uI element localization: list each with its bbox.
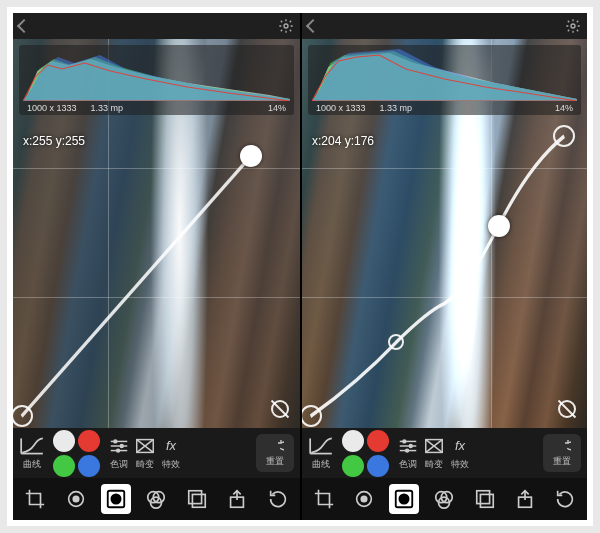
tone-label: 色调 — [399, 458, 417, 471]
curve-handle-highlight[interactable] — [240, 145, 262, 167]
curves-icon — [308, 436, 334, 456]
bottom-bar — [13, 478, 300, 520]
svg-point-12 — [73, 496, 79, 502]
reset-curve-icon[interactable] — [558, 400, 576, 418]
distortion-icon — [423, 436, 445, 456]
share-icon[interactable] — [510, 484, 540, 514]
top-bar — [13, 13, 300, 39]
svg-point-0 — [284, 24, 288, 28]
channel-red[interactable] — [78, 430, 100, 452]
svg-rect-18 — [192, 494, 205, 507]
fx-label: 特效 — [162, 458, 180, 471]
tone-tool[interactable]: 色调 — [108, 436, 130, 471]
fx-tool[interactable]: fx 特效 — [449, 436, 471, 471]
distortion-tool[interactable]: 畸变 — [134, 436, 156, 471]
curves-label: 曲线 — [23, 458, 41, 471]
coordinate-readout: x:204 y:176 — [312, 134, 374, 148]
svg-point-25 — [403, 439, 406, 442]
svg-rect-19 — [189, 491, 202, 504]
reset-label: 重置 — [266, 455, 284, 468]
svg-point-27 — [406, 449, 409, 452]
settings-icon[interactable] — [278, 18, 294, 34]
history-icon[interactable] — [550, 484, 580, 514]
distortion-icon — [134, 436, 156, 456]
filters-icon[interactable] — [429, 484, 459, 514]
channel-swatches — [53, 430, 100, 477]
stack-icon[interactable] — [470, 484, 500, 514]
crop-icon[interactable] — [309, 484, 339, 514]
channel-white[interactable] — [342, 430, 364, 452]
dimensions-label: 1000 x 1333 — [27, 103, 77, 113]
megapixels-label: 1.33 mp — [91, 103, 124, 113]
histogram-icon — [312, 49, 577, 101]
fx-tool[interactable]: fx 特效 — [160, 436, 182, 471]
zoom-percent-label: 14% — [268, 103, 286, 113]
reset-icon — [266, 439, 284, 453]
histogram-icon — [23, 49, 290, 101]
vignette-icon[interactable] — [389, 484, 419, 514]
histogram-panel: 1000 x 1333 1.33 mp 14% — [19, 45, 294, 115]
tone-label: 色调 — [110, 458, 128, 471]
channel-green[interactable] — [53, 455, 75, 477]
channel-blue[interactable] — [78, 455, 100, 477]
distortion-label: 畸变 — [425, 458, 443, 471]
distortion-label: 畸变 — [136, 458, 154, 471]
svg-point-7 — [117, 449, 120, 452]
fx-icon: fx — [449, 436, 471, 456]
image-meta: 1000 x 1333 1.33 mp 14% — [19, 103, 294, 113]
adjust-icon[interactable] — [61, 484, 91, 514]
tone-tool[interactable]: 色调 — [397, 436, 419, 471]
fx-icon: fx — [160, 436, 182, 456]
reset-curve-icon[interactable] — [271, 400, 289, 418]
vignette-icon[interactable] — [101, 484, 131, 514]
tone-icon — [108, 436, 130, 456]
curve-handle-mid-b[interactable] — [488, 215, 510, 237]
adjust-icon[interactable] — [349, 484, 379, 514]
curves-tool[interactable]: 曲线 — [19, 436, 45, 471]
svg-point-26 — [409, 444, 412, 447]
share-icon[interactable] — [222, 484, 252, 514]
curve-handle-highlight[interactable] — [553, 125, 575, 147]
image-canvas[interactable]: 1000 x 1333 1.33 mp 14% x:204 y:176 — [302, 39, 587, 428]
top-bar — [302, 13, 587, 39]
channel-blue[interactable] — [367, 455, 389, 477]
reset-icon — [553, 439, 571, 453]
distortion-tool[interactable]: 畸变 — [423, 436, 445, 471]
settings-icon[interactable] — [565, 18, 581, 34]
editor-pane-right: 1000 x 1333 1.33 mp 14% x:204 y:176 曲线 — [300, 13, 587, 520]
curves-label: 曲线 — [312, 458, 330, 471]
tone-icon — [397, 436, 419, 456]
channel-green[interactable] — [342, 455, 364, 477]
svg-rect-39 — [476, 491, 489, 504]
image-meta: 1000 x 1333 1.33 mp 14% — [308, 103, 581, 113]
channel-swatches — [342, 430, 389, 477]
svg-rect-38 — [480, 494, 493, 507]
back-icon[interactable] — [17, 19, 31, 33]
curves-tool[interactable]: 曲线 — [308, 436, 334, 471]
back-icon[interactable] — [306, 19, 320, 33]
megapixels-label: 1.33 mp — [380, 103, 413, 113]
reset-button[interactable]: 重置 — [256, 434, 294, 472]
svg-point-21 — [571, 24, 575, 28]
image-canvas[interactable]: 1000 x 1333 1.33 mp 14% x:255 y:255 — [13, 39, 300, 428]
curves-icon — [19, 436, 45, 456]
fx-label: 特效 — [451, 458, 469, 471]
history-icon[interactable] — [263, 484, 293, 514]
zoom-percent-label: 14% — [555, 103, 573, 113]
bottom-bar — [302, 478, 587, 520]
channel-red[interactable] — [367, 430, 389, 452]
editor-pane-left: 1000 x 1333 1.33 mp 14% x:255 y:255 曲线 — [13, 13, 300, 520]
curve-handle-mid-a[interactable] — [388, 334, 404, 350]
filters-icon[interactable] — [141, 484, 171, 514]
stack-icon[interactable] — [182, 484, 212, 514]
tool-row: 曲线 色调 畸变 fx 特效 — [13, 428, 300, 478]
svg-point-5 — [114, 439, 117, 442]
histogram-panel: 1000 x 1333 1.33 mp 14% — [308, 45, 581, 115]
svg-point-32 — [361, 496, 367, 502]
crop-icon[interactable] — [20, 484, 50, 514]
reset-button[interactable]: 重置 — [543, 434, 581, 472]
svg-point-34 — [400, 494, 409, 503]
coordinate-readout: x:255 y:255 — [23, 134, 85, 148]
channel-white[interactable] — [53, 430, 75, 452]
dimensions-label: 1000 x 1333 — [316, 103, 366, 113]
